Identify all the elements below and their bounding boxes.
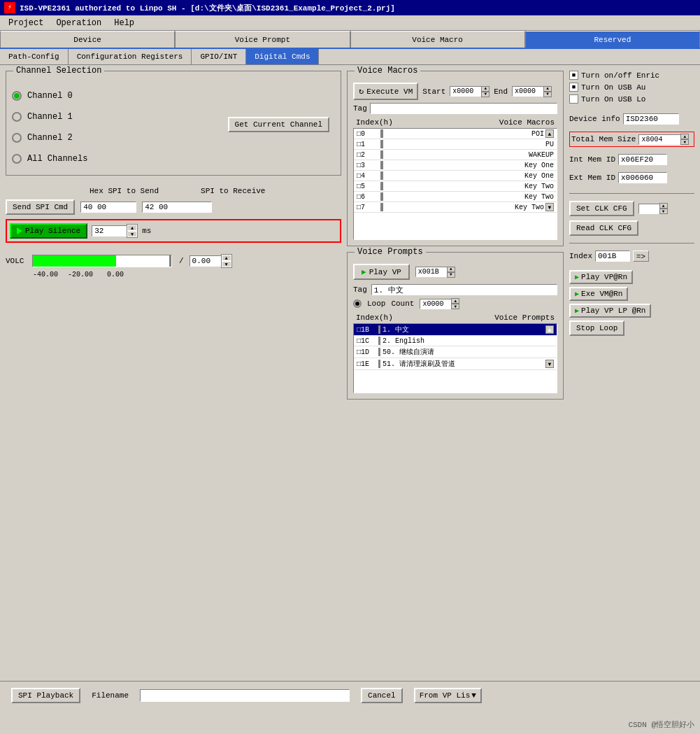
- read-clk-button[interactable]: Read CLK CFG: [569, 220, 638, 236]
- vm-start-up[interactable]: ▲: [481, 86, 490, 92]
- play-vp-lp-label: Play VP LP @Rn: [581, 306, 645, 315]
- spi-receive-input[interactable]: [142, 202, 212, 213]
- total-mem-down[interactable]: ▼: [680, 139, 689, 145]
- usb-lo-checkbox[interactable]: [569, 94, 578, 104]
- vm-end-up[interactable]: ▲: [543, 86, 552, 92]
- volc-value-input[interactable]: [190, 255, 221, 267]
- play-vp-rn-button[interactable]: ▶ Play VP@Rn: [569, 270, 633, 284]
- ext-mem-label: Ext Mem ID: [569, 174, 615, 182]
- ext-mem-input[interactable]: [618, 172, 667, 183]
- menu-project[interactable]: Project: [3, 17, 49, 29]
- send-spi-button[interactable]: Send SPI Cmd: [6, 199, 75, 215]
- spinner-up-arrow[interactable]: ▲: [127, 225, 137, 231]
- menu-operation[interactable]: Operation: [50, 17, 107, 29]
- tab-digital-cmds[interactable]: Digital Cmds: [246, 49, 319, 64]
- silence-value-input[interactable]: [92, 225, 127, 237]
- vp-tag-input[interactable]: [371, 284, 557, 295]
- vm-row-6[interactable]: □6 Key Two: [354, 192, 557, 202]
- device-info-label: Device info: [569, 115, 620, 123]
- vm-row-0[interactable]: □0 POI ▲: [354, 129, 557, 139]
- clk-down[interactable]: ▼: [659, 209, 668, 214]
- tab-gpio-int[interactable]: GPIO/INT: [192, 49, 246, 64]
- clk-up[interactable]: ▲: [659, 203, 668, 209]
- vm-row-7[interactable]: □7 Key Two ▼: [354, 202, 557, 213]
- stop-loop-button[interactable]: Stop Loop: [569, 320, 624, 336]
- vm-table[interactable]: □0 POI ▲ □1 PU □2 WAKEUP □3: [353, 128, 557, 240]
- clk-input[interactable]: [638, 204, 659, 214]
- tab-voice-macro[interactable]: Voice Macro: [350, 31, 525, 48]
- read-clk-row: Read CLK CFG: [569, 220, 694, 236]
- play-vp-up[interactable]: ▲: [447, 267, 455, 272]
- play-vp-value-input[interactable]: [415, 267, 447, 277]
- tab-path-config[interactable]: Path-Config: [0, 49, 69, 64]
- vm-start-down[interactable]: ▼: [481, 92, 490, 97]
- channel-2-radio[interactable]: [12, 133, 22, 143]
- usb-lo-label: Turn On USB Lo: [581, 95, 645, 104]
- vp-row-1c[interactable]: □1C 2. English: [354, 336, 557, 346]
- get-current-channel-button[interactable]: Get Current Channel: [228, 117, 329, 132]
- count-up[interactable]: ▲: [451, 298, 459, 304]
- channel-selection-group: Channel Selection Channel 0 Channel 1 Ch…: [6, 71, 341, 176]
- total-mem-input[interactable]: [638, 134, 680, 145]
- vm-row-5[interactable]: □5 Key Two: [354, 181, 557, 192]
- menu-help[interactable]: Help: [108, 17, 140, 29]
- spi-playback-button[interactable]: SPI Playback: [11, 688, 80, 703]
- count-down[interactable]: ▼: [451, 304, 459, 309]
- vm-scrollbar-down[interactable]: ▼: [545, 203, 554, 211]
- vm-row-3[interactable]: □3 Key One: [354, 160, 557, 171]
- check-row-2: Turn On USB Lo: [569, 94, 694, 104]
- tab-config-registers[interactable]: Configuration Registers: [69, 49, 192, 64]
- enric-checkbox[interactable]: ■: [569, 71, 578, 80]
- vm-row-4[interactable]: □4 Key One: [354, 171, 557, 181]
- volc-section: VOLC / ▲ ▼ -40.00 -20.00 0.00: [6, 254, 341, 278]
- vm-end-down[interactable]: ▼: [543, 92, 552, 97]
- vp-row-1d[interactable]: □1D 50. 继续自演请: [354, 346, 557, 358]
- loop-radio[interactable]: [353, 299, 362, 308]
- channel-1-radio[interactable]: [12, 112, 22, 122]
- vp-row-1b[interactable]: □1B 1. 中文 ▲: [354, 324, 557, 336]
- vm-start-input[interactable]: [450, 86, 481, 97]
- vp-table[interactable]: □1B 1. 中文 ▲ □1C 2. English □1D 50. 继续自演请…: [353, 323, 557, 393]
- tab-reserved[interactable]: Reserved: [525, 31, 700, 48]
- volc-up-arrow[interactable]: ▲: [222, 255, 231, 261]
- spinner-down-arrow[interactable]: ▼: [127, 231, 137, 237]
- usb-au-checkbox[interactable]: ■: [569, 83, 578, 92]
- loop-label: Loop: [367, 299, 385, 308]
- vp-scrollbar-up[interactable]: ▲: [545, 325, 554, 334]
- channel-0-label: Channel 0: [27, 91, 73, 101]
- device-info-input[interactable]: [623, 113, 679, 125]
- vm-tag-input[interactable]: [370, 103, 557, 114]
- vp-row-1e[interactable]: □1E 51. 请清理滚刷及管道 ▼: [354, 358, 557, 370]
- volc-down-arrow[interactable]: ▼: [222, 261, 231, 267]
- play-vp-rn-icon: ▶: [575, 273, 579, 281]
- int-mem-input[interactable]: [618, 154, 667, 165]
- count-input[interactable]: [420, 299, 451, 309]
- execute-vm-button[interactable]: ↻ Execute VM: [353, 83, 418, 100]
- play-vp-lp-button[interactable]: ▶ Play VP LP @Rn: [569, 304, 651, 318]
- filename-input[interactable]: [140, 689, 350, 702]
- all-channels-radio[interactable]: [12, 154, 22, 164]
- execute-vm-label: Execute VM: [366, 87, 413, 96]
- vm-row-1[interactable]: □1 PU: [354, 139, 557, 150]
- exe-vm-rn-button[interactable]: ▶ Exe VM@Rn: [569, 287, 628, 301]
- vp-scrollbar-down[interactable]: ▼: [545, 360, 554, 368]
- index-arrow-button[interactable]: =>: [633, 250, 649, 262]
- channel-0-radio[interactable]: [12, 91, 22, 101]
- play-vp-button[interactable]: ▶ Play VP: [353, 264, 410, 280]
- from-vp-button[interactable]: From VP Lis ▼: [414, 688, 482, 703]
- tab-voice-prompt[interactable]: Voice Prompt: [175, 31, 350, 48]
- volume-slider-track[interactable]: [32, 255, 172, 267]
- vm-end-input[interactable]: [512, 86, 543, 97]
- cancel-button[interactable]: Cancel: [361, 688, 403, 703]
- index-input[interactable]: [595, 250, 630, 262]
- hex-spi-input[interactable]: [80, 202, 136, 213]
- total-mem-up[interactable]: ▲: [680, 134, 689, 139]
- play-silence-button[interactable]: Play Silence: [10, 223, 87, 239]
- set-clk-button[interactable]: Set CLK CFG: [569, 201, 634, 216]
- tab-device[interactable]: Device: [0, 31, 175, 48]
- play-vp-down[interactable]: ▼: [447, 272, 455, 278]
- vm-scrollbar-up[interactable]: ▲: [545, 129, 554, 138]
- play-vp-spinner: ▲ ▼: [415, 267, 455, 278]
- vm-row-2[interactable]: □2 WAKEUP: [354, 150, 557, 160]
- vm-execute-row: ↻ Execute VM Start ▲ ▼ End ▲ ▼: [353, 83, 557, 100]
